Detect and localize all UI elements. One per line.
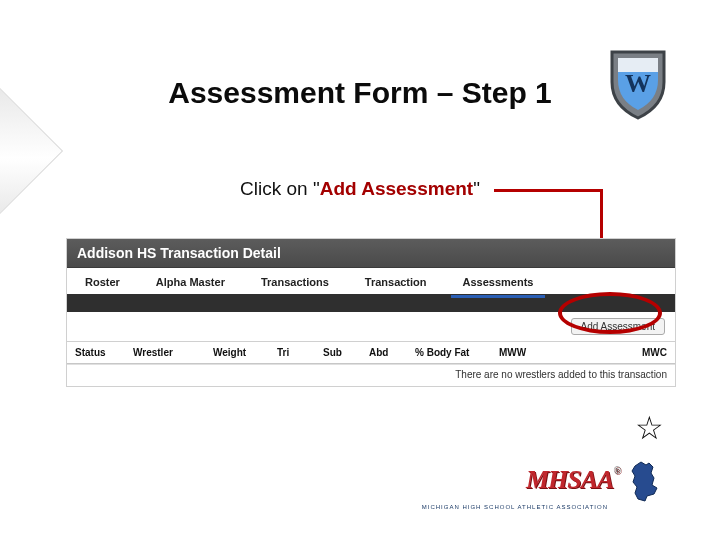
- tab-alpha-master[interactable]: Alpha Master: [138, 272, 243, 292]
- nav-tabs: Roster Alpha Master Transactions Transac…: [67, 268, 675, 294]
- instruction-prefix: Click on ": [240, 178, 320, 199]
- col-tri: Tri: [277, 347, 323, 358]
- tab-transactions[interactable]: Transactions: [243, 272, 347, 292]
- col-weight: Weight: [213, 347, 277, 358]
- dark-divider-bar: [67, 294, 675, 312]
- col-sub: Sub: [323, 347, 369, 358]
- star-icon: ☆: [635, 412, 664, 444]
- embedded-screenshot: Addison HS Transaction Detail Roster Alp…: [66, 238, 676, 387]
- col-status: Status: [75, 347, 133, 358]
- registered-mark: ®: [613, 465, 620, 476]
- col-mww: MWW: [499, 347, 557, 358]
- table-header-row: Status Wrestler Weight Tri Sub Abd % Bod…: [67, 342, 675, 364]
- callout-leader-horizontal: [494, 189, 600, 192]
- mhsaa-logo: MHSAA®: [526, 458, 670, 502]
- col-abd: Abd: [369, 347, 415, 358]
- instruction-emphasis: Add Assessment: [320, 178, 473, 199]
- mhsaa-acronym: MHSAA: [526, 465, 614, 494]
- col-wrestler: Wrestler: [133, 347, 213, 358]
- instruction-suffix: ": [473, 178, 480, 199]
- add-assessment-button[interactable]: Add Assessment: [571, 318, 665, 335]
- panel-header: Addison HS Transaction Detail: [67, 239, 675, 268]
- michigan-map-icon: [626, 458, 670, 502]
- col-body-fat: % Body Fat: [415, 347, 499, 358]
- tab-transaction[interactable]: Transaction: [347, 272, 445, 292]
- page-title: Assessment Form – Step 1: [0, 76, 720, 110]
- tab-roster[interactable]: Roster: [67, 272, 138, 292]
- table-empty-message: There are no wrestlers added to this tra…: [67, 364, 675, 386]
- mhsaa-logo-text: MHSAA®: [526, 465, 620, 495]
- action-row: Add Assessment: [67, 312, 675, 342]
- tab-assessments[interactable]: Assessments: [445, 272, 552, 292]
- mhsaa-subtitle: MICHIGAN HIGH SCHOOL ATHLETIC ASSOCIATIO…: [422, 504, 608, 510]
- col-mwc: MWC: [557, 347, 667, 358]
- instruction-line: Click on "Add Assessment": [0, 178, 720, 200]
